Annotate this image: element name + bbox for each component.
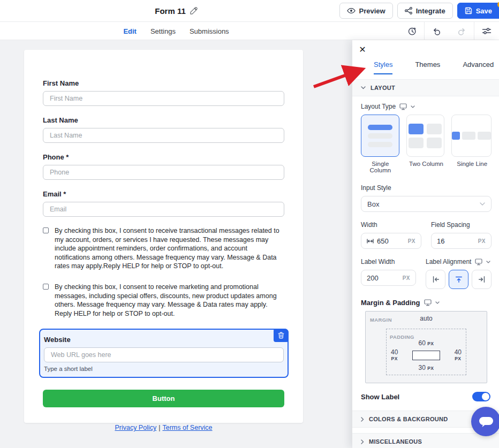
- preview-label: Preview: [359, 7, 385, 15]
- history-icon[interactable]: [399, 22, 424, 40]
- form-submit-button[interactable]: Button: [43, 390, 284, 407]
- sliders-icon[interactable]: [474, 22, 499, 40]
- preview-button[interactable]: Preview: [339, 3, 393, 19]
- field-label: Phone *: [43, 153, 284, 161]
- section-colors-label: COLORS & BACKGROUND: [369, 416, 448, 422]
- header-actions: Preview Integrate Save: [339, 3, 499, 19]
- layout-type-captions: Single Column Two Column Single Line: [361, 161, 492, 173]
- show-label-text: Show Label: [361, 393, 399, 401]
- tab-themes[interactable]: Themes: [415, 60, 440, 74]
- field-spacing-input[interactable]: 16 PX: [431, 233, 492, 249]
- sub-toolbar: Edit Settings Submissions: [0, 22, 499, 40]
- terms-of-service-link[interactable]: Terms of Service: [162, 424, 212, 431]
- field-spacing-unit: PX: [478, 238, 486, 244]
- align-left-button[interactable]: [426, 270, 445, 289]
- padding-right-value[interactable]: 40 PX: [455, 349, 462, 362]
- redo-icon[interactable]: [449, 22, 474, 40]
- undo-icon[interactable]: [425, 22, 449, 40]
- layout-option-two-column[interactable]: [406, 115, 445, 157]
- margin-top-value[interactable]: auto: [366, 315, 487, 322]
- website-input[interactable]: [44, 347, 284, 362]
- padding-label: PADDING: [390, 334, 414, 340]
- save-button[interactable]: Save: [457, 3, 499, 19]
- form-preview-card: First Name Last Name Phone * Email * By …: [24, 50, 303, 423]
- show-label-row: Show Label: [361, 392, 490, 411]
- show-label-toggle[interactable]: [472, 392, 490, 401]
- input-style-label-text: Input Style: [361, 184, 391, 192]
- padding-top-value[interactable]: 60 PX: [390, 339, 463, 347]
- label-width-unit: PX: [403, 275, 410, 281]
- section-miscellaneous[interactable]: MISCELLANEOUS: [352, 433, 499, 448]
- chat-widget-button[interactable]: [471, 407, 499, 436]
- padding-bottom-value[interactable]: 30 PX: [390, 364, 463, 371]
- eye-icon: [347, 7, 356, 14]
- consent-text: By checking this box, I consent to recei…: [55, 226, 282, 271]
- tab-edit[interactable]: Edit: [123, 27, 137, 35]
- monitor-icon: [399, 103, 407, 110]
- monitor-icon: [424, 299, 432, 306]
- chat-bubble-icon: [479, 416, 494, 428]
- chevron-down-icon[interactable]: [435, 301, 440, 304]
- builder-tabs: Edit Settings Submissions: [0, 22, 352, 40]
- integrate-label: Integrate: [416, 7, 445, 15]
- trash-icon: [278, 332, 284, 339]
- field-spacing-label: Field Spacing: [431, 221, 492, 229]
- layout-type-label-row: Layout Type: [361, 103, 492, 110]
- align-right-button[interactable]: [472, 270, 492, 289]
- panel-tabs: Styles Themes Advanced: [352, 40, 499, 74]
- tab-advanced[interactable]: Advanced: [463, 60, 494, 74]
- integrate-button[interactable]: Integrate: [397, 3, 453, 19]
- width-unit: PX: [408, 238, 415, 244]
- bar-gray: [368, 142, 392, 147]
- padding-top-unit: PX: [427, 341, 434, 346]
- align-top-button[interactable]: [449, 270, 468, 289]
- width-input[interactable]: 650 PX: [361, 233, 421, 249]
- marketing-consent-checkbox[interactable]: [43, 284, 49, 290]
- layout-type-label: Layout Type: [361, 103, 396, 110]
- floppy-icon: [465, 7, 472, 14]
- tab-styles[interactable]: Styles: [374, 60, 392, 74]
- tab-submissions[interactable]: Submissions: [190, 27, 229, 35]
- field-last-name: Last Name: [43, 116, 284, 143]
- label-width-label: Label Width: [361, 258, 416, 265]
- layout-option-single-line[interactable]: [451, 115, 492, 157]
- label-width-input[interactable]: 200 PX: [361, 270, 416, 286]
- padding-bottom-number: 30: [419, 364, 426, 371]
- field-label: First Name: [43, 79, 284, 87]
- last-name-input[interactable]: [43, 128, 284, 143]
- field-label: Last Name: [43, 116, 284, 124]
- layout-type-options: [361, 115, 492, 157]
- toggle-knob: [482, 393, 489, 400]
- padding-right-number: 40: [455, 349, 462, 355]
- horizontal-resize-icon: [367, 239, 374, 244]
- two-column-thumb: [409, 124, 442, 148]
- label-alignment-label-row: Label Alignment: [426, 258, 492, 265]
- chevron-down-icon[interactable]: [486, 261, 490, 263]
- form-title-wrap: Form 11: [0, 0, 352, 22]
- section-layout[interactable]: LAYOUT: [352, 79, 499, 96]
- section-layout-label: LAYOUT: [371, 85, 395, 91]
- input-style-label: Input Style: [361, 184, 492, 192]
- margin-padding-diagram: MARGIN auto PADDING 60 PX 40 PX 40 PX: [365, 311, 487, 383]
- tab-settings[interactable]: Settings: [150, 27, 176, 35]
- padding-top-number: 60: [419, 339, 426, 347]
- delete-field-button[interactable]: [274, 329, 289, 342]
- privacy-policy-link[interactable]: Privacy Policy: [115, 424, 156, 431]
- chevron-down-icon[interactable]: [411, 105, 415, 108]
- page-title: Form 11: [155, 6, 186, 16]
- padding-diagram: PADDING 60 PX 40 PX 40 PX: [386, 329, 466, 375]
- first-name-input[interactable]: [43, 91, 284, 106]
- consent-row-marketing: By checking this box, I consent to recei…: [43, 283, 284, 318]
- edit-title-pencil-icon[interactable]: [190, 7, 198, 15]
- bar-blue: [368, 125, 392, 130]
- transactional-consent-checkbox[interactable]: [43, 227, 49, 233]
- close-icon[interactable]: ✕: [357, 44, 368, 55]
- layout-option-single-column[interactable]: [361, 115, 399, 157]
- phone-input[interactable]: [43, 165, 284, 180]
- field-spacing-value: 16: [437, 237, 444, 245]
- email-input[interactable]: [43, 202, 284, 217]
- website-field-selected[interactable]: Website Type a short label: [39, 329, 289, 378]
- padding-left-value[interactable]: 40 PX: [391, 349, 398, 362]
- input-style-select[interactable]: Box: [361, 196, 492, 212]
- single-line-thumb: [452, 132, 491, 140]
